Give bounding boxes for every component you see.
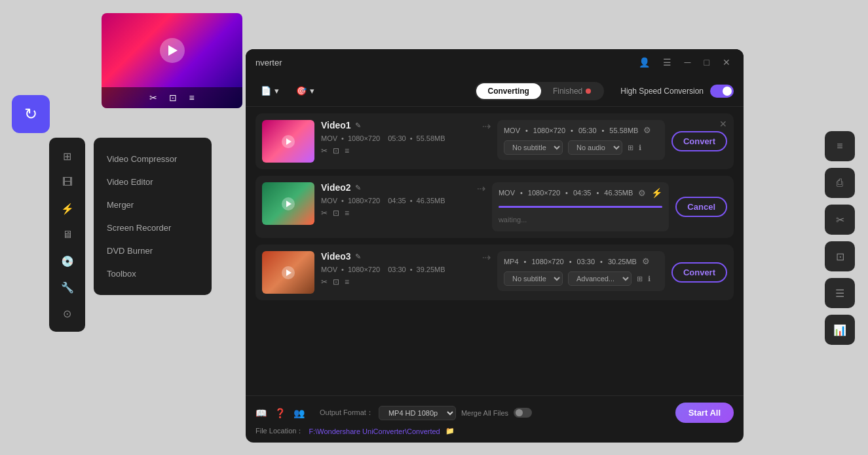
add-button[interactable]: 📄 ▾ [255, 83, 284, 98]
title-bar: nverter 👤 ☰ ─ □ ✕ [246, 49, 744, 75]
v3-crop-icon[interactable]: ⊡ [333, 277, 339, 287]
help-icon[interactable]: ❓ [274, 408, 286, 418]
v3-output-row: No subtitle Advanced... ⊞ ℹ [504, 271, 658, 286]
sidebar-item-film[interactable]: 🎞 [56, 170, 79, 194]
right-btn-chart[interactable]: 📊 [825, 315, 855, 345]
bottom-bar: 📖 ❓ 👥 Output Format： MP4 HD 1080p Merge … [246, 395, 744, 443]
v2-src-duration: 04:35 [388, 197, 406, 205]
v1-src-duration: 05:30 [388, 134, 406, 142]
v1-subtitle-select[interactable]: No subtitle [504, 140, 563, 155]
menu-icon[interactable]: ≡ [189, 92, 194, 103]
tab-finished[interactable]: Finished [541, 83, 603, 99]
right-btn-crop[interactable]: ⊡ [825, 241, 855, 271]
v3-effects-icon[interactable]: ≡ [345, 277, 349, 287]
right-btn-list[interactable]: ☰ [825, 278, 855, 308]
format-button[interactable]: 🎯 ▾ [291, 83, 320, 98]
v3-dst-sep1: • [524, 258, 527, 266]
v1-settings-gear-icon[interactable]: ⚙ [643, 125, 651, 135]
minimize-icon[interactable]: ─ [681, 56, 694, 69]
folder-icon[interactable]: 📁 [445, 427, 455, 435]
v1-crop-icon[interactable]: ⊡ [333, 146, 339, 155]
video3-meta: MOV • 1080×720 03:30 • 39.25MB [321, 266, 476, 273]
v2-sep2: • [410, 197, 413, 205]
brand-icon: ↻ [12, 95, 50, 133]
v1-audio-select[interactable]: No audio [568, 140, 622, 155]
right-btn-export[interactable]: ⎙ [825, 168, 855, 198]
sidebar-item-bolt[interactable]: ⚡ [56, 197, 79, 220]
video3-thumbnail[interactable] [262, 251, 314, 294]
card-3-top: Video3 ✎ MOV • 1080×720 03:30 • 39.25MB … [262, 251, 727, 294]
v3-info-icon[interactable]: ℹ [648, 275, 651, 283]
v3-audio-select[interactable]: Advanced... [568, 271, 632, 286]
app-title: nverter [255, 58, 282, 68]
v3-src-size: 39.25MB [417, 266, 445, 273]
book-icon[interactable]: 📖 [255, 408, 267, 418]
v3-cut-icon[interactable]: ✂ [321, 277, 328, 287]
v3-subtitle-select[interactable]: No subtitle [504, 271, 563, 286]
v1-convert-button[interactable]: Convert [671, 131, 727, 151]
video2-play-triangle [286, 201, 292, 207]
video3-play-triangle [286, 269, 292, 276]
v2-output-top: MOV • 1080×720 • 04:35 • 46.35MB ⚙ ⚡ [499, 188, 662, 198]
sidebar-item-circle[interactable]: ⊙ [56, 302, 79, 325]
output-format-select[interactable]: MP4 HD 1080p [379, 406, 456, 420]
close-card-1-button[interactable]: ✕ [719, 119, 727, 129]
menu-item-toolbox[interactable]: Toolbox [94, 262, 212, 285]
video2-edit-icon[interactable]: ✎ [355, 184, 361, 192]
menu-item-dvd-burner[interactable]: DVD Burner [94, 239, 212, 262]
v1-dst-format: MOV [504, 127, 520, 134]
maximize-icon[interactable]: □ [701, 56, 713, 69]
cut-icon[interactable]: ✂ [149, 92, 157, 103]
menu-hamburger-icon[interactable]: ☰ [660, 56, 675, 69]
video1-meta: MOV • 1080×720 05:30 • 55.58MB [321, 134, 476, 142]
sidebar-item-tool[interactable]: 🔧 [56, 275, 79, 299]
menu-item-video-compressor[interactable]: Video Compressor [94, 148, 212, 170]
close-icon[interactable]: ✕ [719, 56, 734, 69]
v2-cancel-button[interactable]: Cancel [675, 197, 727, 217]
merge-toggle[interactable] [514, 408, 532, 418]
video3-play-icon [282, 266, 295, 279]
menu-item-video-editor[interactable]: Video Editor [94, 170, 212, 193]
menu-item-screen-recorder[interactable]: Screen Recorder [94, 216, 212, 239]
v2-cut-icon[interactable]: ✂ [321, 208, 328, 218]
left-sidebar: ⊞ 🎞 ⚡ 🖥 💿 🔧 ⊙ [49, 138, 85, 332]
card-1-info: Video1 ✎ MOV • 1080×720 05:30 • 55.58MB … [321, 120, 476, 155]
start-all-button[interactable]: Start All [675, 403, 734, 423]
video-card-1: ✕ Video1 ✎ MOV • 1080×720 [255, 113, 734, 169]
crop-icon[interactable]: ⊡ [169, 92, 177, 103]
v3-settings-gear-icon[interactable]: ⚙ [642, 256, 650, 266]
sidebar-item-disc[interactable]: 💿 [56, 249, 79, 273]
v2-dst-format: MOV [499, 189, 515, 197]
right-sidebar: ≡ ⎙ ✂ ⊡ ☰ 📊 [825, 131, 855, 345]
v2-output-settings: MOV • 1080×720 • 04:35 • 46.35MB ⚙ ⚡ wai… [492, 182, 669, 231]
v1-output-icon[interactable]: ⊞ [628, 144, 633, 152]
menu-item-merger[interactable]: Merger [94, 193, 212, 216]
video1-edit-icon[interactable]: ✎ [355, 121, 361, 130]
hsc-label: High Speed Conversion [620, 87, 704, 96]
sidebar-item-monitor[interactable]: 🖥 [56, 223, 79, 247]
hsc-toggle[interactable] [710, 85, 734, 98]
tab-converting[interactable]: Converting [476, 83, 541, 99]
v1-effects-icon[interactable]: ≡ [345, 146, 349, 155]
right-btn-cut[interactable]: ✂ [825, 205, 855, 235]
video1-thumbnail[interactable] [262, 120, 314, 163]
v1-info-icon[interactable]: ℹ [639, 144, 641, 152]
file-location-label: File Location： [255, 426, 303, 436]
v2-crop-icon[interactable]: ⊡ [333, 208, 339, 218]
v3-convert-button[interactable]: Convert [671, 262, 727, 283]
file-path: F:\Wondershare UniConverter\Converted [309, 427, 440, 435]
v2-effects-icon[interactable]: ≡ [345, 208, 349, 218]
video3-edit-icon[interactable]: ✎ [355, 252, 361, 261]
preview-play-button[interactable] [160, 38, 185, 63]
video2-thumbnail[interactable] [262, 182, 314, 225]
v3-output-icon[interactable]: ⊞ [637, 275, 643, 283]
v1-cut-icon[interactable]: ✂ [321, 146, 328, 155]
right-btn-menu[interactable]: ≡ [825, 131, 855, 161]
sidebar-item-grid[interactable]: ⊞ [56, 144, 79, 168]
preview-thumbnail: ✂ ⊡ ≡ [102, 13, 242, 108]
content-area: ✕ Video1 ✎ MOV • 1080×720 [246, 107, 744, 395]
format-icon: 🎯 [296, 86, 307, 96]
user-group-icon[interactable]: 👥 [293, 408, 305, 418]
user-icon[interactable]: 👤 [635, 56, 653, 69]
v2-settings-gear-icon[interactable]: ⚙ [638, 188, 646, 198]
